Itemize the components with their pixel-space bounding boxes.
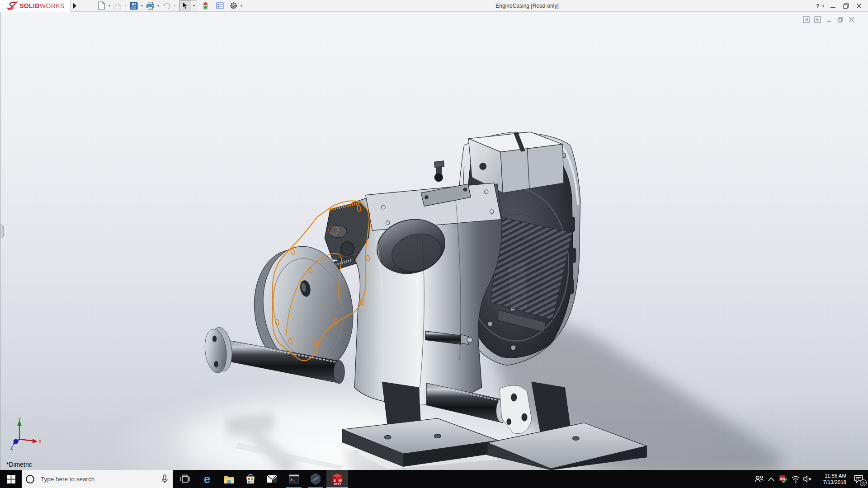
solidworks-monitor-tray[interactable]: SW [777, 470, 789, 488]
solidworks-app-button[interactable]: S W 2017 [326, 470, 348, 488]
close-icon [856, 3, 862, 9]
properties-list-icon [216, 2, 224, 9]
help-button[interactable]: ? [815, 1, 821, 10]
system-tray: SW 11:55 AM 7/13/2018 [753, 470, 868, 488]
new-document-icon [98, 1, 105, 10]
engine-casing-model[interactable] [0, 12, 868, 470]
hexagon-app-button[interactable] [305, 470, 326, 488]
minimize-icon [830, 4, 835, 9]
search-placeholder: Type here to search [41, 476, 161, 483]
edge-icon: e [204, 473, 210, 485]
solidworks-app-icon: S W 2017 [330, 472, 344, 486]
minimize-button[interactable] [828, 1, 837, 10]
options-button[interactable] [228, 0, 239, 11]
print-button[interactable] [145, 0, 156, 11]
doc-minimize-icon [826, 17, 832, 23]
command-prompt-icon [289, 474, 299, 483]
doc-minimize-button[interactable] [825, 16, 833, 23]
microphone-icon[interactable] [161, 474, 168, 484]
doc-restore-icon [837, 17, 844, 23]
open-dropdown-caret[interactable]: ▾ [123, 4, 128, 8]
task-view-button[interactable] [175, 470, 196, 488]
file-explorer-button[interactable] [218, 470, 240, 488]
notification-badge: 3 [860, 479, 867, 486]
doc-close-button[interactable] [848, 16, 855, 23]
doc-restore-button[interactable] [836, 16, 844, 23]
cortana-icon [26, 475, 34, 483]
main-toolbar: ▾ ▾ ▾ ▾ [96, 0, 244, 12]
edge-button[interactable]: e [196, 470, 218, 488]
volume-muted-icon [803, 475, 812, 483]
undo-icon [162, 2, 171, 9]
select-cursor-icon [182, 2, 188, 9]
close-button[interactable] [854, 1, 863, 10]
solidworks-year-label: 2017 [330, 482, 344, 486]
select-dropdown-caret[interactable]: ▾ [191, 0, 197, 11]
command-prompt-button[interactable] [283, 470, 305, 488]
undo-button[interactable] [161, 0, 172, 11]
svg-text:Z: Z [10, 446, 13, 450]
volume-button[interactable] [802, 470, 814, 488]
center-block [351, 183, 502, 405]
people-icon [755, 475, 764, 483]
action-center-button[interactable]: 3 [849, 470, 868, 488]
pane-right-button[interactable] [814, 16, 821, 23]
pane-left-button[interactable] [802, 16, 810, 23]
new-dropdown-caret[interactable]: ▾ [107, 4, 112, 8]
print-icon [146, 2, 155, 10]
open-icon [113, 2, 122, 9]
clock-date: 7/13/2018 [816, 479, 846, 485]
options-gear-icon [229, 1, 238, 10]
document-window-controls [802, 16, 855, 23]
restore-icon [843, 3, 849, 9]
store-icon [245, 474, 255, 484]
pane-left-icon [803, 16, 810, 23]
save-icon [130, 2, 138, 10]
file-properties-button[interactable] [214, 0, 225, 11]
menu-flyout-button[interactable] [71, 0, 79, 12]
svg-text:X: X [38, 439, 42, 444]
print-dropdown-caret[interactable]: ▾ [156, 4, 161, 8]
svg-text:Y: Y [18, 418, 21, 422]
brand-text: SOLIDWORKS [19, 2, 65, 9]
people-button[interactable] [753, 470, 765, 488]
chevron-up-icon [768, 477, 774, 481]
restore-button[interactable] [841, 1, 850, 10]
clock[interactable]: 11:55 AM 7/13/2018 [816, 473, 846, 485]
windows-taskbar: Type here to search e [0, 470, 868, 488]
orientation-triad: Y X Z [8, 418, 43, 450]
new-document-button[interactable] [96, 0, 107, 11]
hexagon-app-icon [310, 473, 321, 485]
open-button[interactable] [112, 0, 123, 11]
mail-icon [267, 475, 278, 483]
flyout-arrow-icon [73, 3, 77, 9]
panel-splitter-handle[interactable] [0, 225, 4, 238]
save-button[interactable] [128, 0, 139, 11]
title-bar: SOLIDWORKS ▾ ▾ ▾ [0, 0, 868, 12]
options-dropdown-caret[interactable]: ▾ [239, 4, 244, 8]
save-dropdown-caret[interactable]: ▾ [139, 4, 145, 8]
select-tool-button[interactable] [179, 0, 191, 11]
doc-close-icon [849, 17, 854, 23]
top-box [434, 132, 564, 193]
microsoft-store-button[interactable] [240, 470, 261, 488]
window-controls: ? ▾ [815, 0, 863, 12]
clock-time: 11:55 AM [816, 473, 846, 479]
wifi-icon [791, 475, 800, 483]
solidworks-logo-icon [6, 1, 18, 10]
tray-overflow-button[interactable] [765, 470, 777, 488]
help-dropdown-caret[interactable]: ▾ [822, 4, 824, 8]
taskbar-search-input[interactable]: Type here to search [22, 470, 173, 488]
pane-right-icon [814, 16, 821, 23]
view-orientation-label: *Dimetric [6, 461, 32, 468]
file-explorer-icon [223, 474, 235, 484]
rebuild-traffic-light-icon [203, 1, 208, 10]
network-button[interactable] [789, 470, 802, 488]
rebuild-button[interactable] [200, 0, 211, 11]
undo-dropdown-caret[interactable]: ▾ [172, 4, 177, 8]
triad-axes-icon: Y X Z [8, 418, 43, 450]
mail-button[interactable] [261, 470, 283, 488]
start-button[interactable] [0, 470, 22, 488]
graphics-area[interactable]: Y X Z *Dimetric [0, 12, 868, 470]
document-title: EngineCasing [Read-only] [495, 3, 558, 9]
